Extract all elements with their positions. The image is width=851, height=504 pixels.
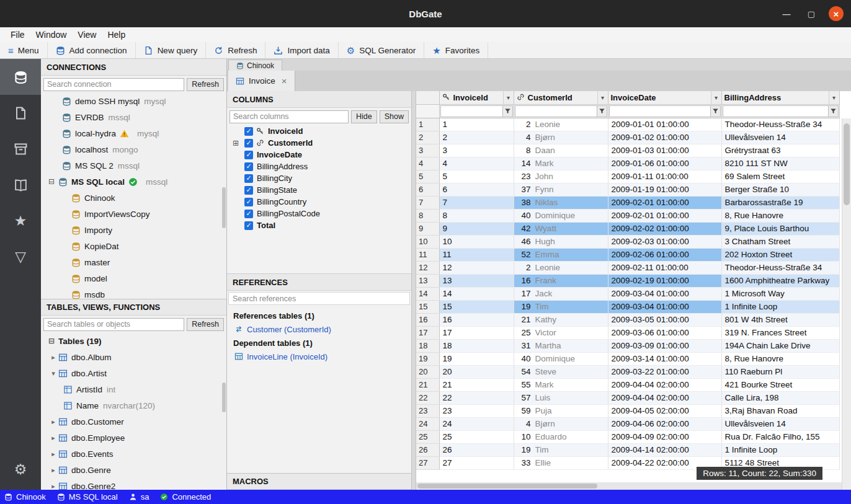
row-number[interactable]: 5	[416, 170, 439, 183]
grid-vertical-scrollbar[interactable]	[842, 118, 851, 490]
row-number[interactable]: 26	[416, 443, 439, 456]
cell-invoiceid[interactable]: 4	[439, 157, 514, 170]
cell-customerid[interactable]: 19Tim	[514, 443, 608, 456]
cell-billingaddress[interactable]: 8, Rue Hanovre	[721, 352, 839, 365]
cell-invoicedate[interactable]: 2009-04-14 02:00:00	[608, 443, 721, 456]
table-item[interactable]: ▾dbo.Artist	[41, 365, 226, 381]
connection-item[interactable]: EVRDBmssql	[41, 109, 226, 125]
table-item[interactable]: ▸dbo.Genre2	[41, 478, 226, 490]
toolbar-import-data-button[interactable]: Import data	[265, 42, 338, 58]
statusbar-ms-sql-local[interactable]: MS SQL local	[57, 492, 118, 502]
cell-invoicedate[interactable]: 2009-01-01 01:00:00	[608, 118, 721, 131]
cell-customerid[interactable]: 19Tim	[514, 300, 608, 313]
checkbox-checked[interactable]: ✓	[244, 198, 253, 206]
grid-column-toggle-BillingAddress[interactable]: ✓BillingAddress	[227, 161, 411, 172]
cell-customerid[interactable]: 14Mark	[514, 157, 608, 170]
cell-invoiceid[interactable]: 21	[439, 378, 514, 391]
cell-invoiceid[interactable]: 27	[439, 456, 514, 469]
connection-item[interactable]: demo SSH mysqlmysql	[41, 93, 226, 109]
row-number[interactable]: 11	[416, 248, 439, 261]
cell-invoiceid[interactable]: 17	[439, 326, 514, 339]
database-item[interactable]: ImportViewsCopy	[41, 206, 226, 222]
scrollbar-thumb[interactable]	[417, 484, 597, 489]
cell-invoicedate[interactable]: 2009-02-01 01:00:00	[608, 196, 721, 209]
activity-funnel-button[interactable]: ▽	[0, 239, 41, 275]
cell-invoicedate[interactable]: 2009-01-02 01:00:00	[608, 131, 721, 144]
maximize-button[interactable]: ▢	[804, 6, 819, 21]
activity-settings-button[interactable]: ⚙	[0, 451, 41, 487]
checkbox-checked[interactable]: ✓	[244, 127, 253, 136]
cell-billingaddress[interactable]: Theodor-Heuss-Straße 34	[721, 261, 839, 274]
cell-customerid[interactable]: 31Martha	[514, 339, 608, 352]
connection-item[interactable]: MS SQL 2mssql	[41, 157, 226, 174]
cell-invoicedate[interactable]: 2009-04-06 02:00:00	[608, 417, 721, 430]
checkbox-checked[interactable]: ✓	[244, 162, 253, 171]
cell-invoicedate[interactable]: 2009-04-04 02:00:00	[608, 378, 721, 391]
cell-billingaddress[interactable]: Grétrystraat 63	[721, 144, 839, 157]
splitter[interactable]	[411, 91, 416, 490]
cell-invoicedate[interactable]: 2009-03-04 01:00:00	[608, 287, 721, 300]
connection-item[interactable]: localhostmongo	[41, 141, 226, 157]
cell-invoicedate[interactable]: 2009-02-19 01:00:00	[608, 274, 721, 287]
cell-customerid[interactable]: 46Hugh	[514, 235, 608, 248]
cell-invoiceid[interactable]: 26	[439, 443, 514, 456]
database-item[interactable]: model	[41, 270, 226, 286]
column-menu-button[interactable]: ▾	[503, 91, 514, 104]
cell-customerid[interactable]: 2Leonie	[514, 118, 608, 131]
column-header-InvoiceDate[interactable]: InvoiceDate▾	[608, 91, 721, 104]
cell-invoiceid[interactable]: 13	[439, 274, 514, 287]
cell-invoicedate[interactable]: 2009-03-09 01:00:00	[608, 339, 721, 352]
cell-invoiceid[interactable]: 20	[439, 365, 514, 378]
cell-invoicedate[interactable]: 2009-03-04 01:00:00	[608, 300, 721, 313]
cell-customerid[interactable]: 57Luis	[514, 391, 608, 404]
cell-invoiceid[interactable]: 25	[439, 430, 514, 443]
row-number[interactable]: 3	[416, 144, 439, 157]
filter-button[interactable]	[502, 105, 513, 117]
cell-billingaddress[interactable]: 1 Infinite Loop	[721, 443, 839, 456]
column-menu-button[interactable]: ▾	[597, 91, 608, 104]
cell-invoicedate[interactable]: 2009-02-03 01:00:00	[608, 235, 721, 248]
chevron-down-icon[interactable]: ▾	[48, 369, 58, 378]
column-menu-button[interactable]: ▾	[829, 91, 839, 104]
hide-column-button[interactable]: Hide	[351, 110, 377, 123]
filter-input-InvoiceDate[interactable]	[609, 105, 710, 117]
cell-invoiceid[interactable]: 22	[439, 391, 514, 404]
cell-customerid[interactable]: 33Ellie	[514, 456, 608, 469]
cell-invoicedate[interactable]: 2009-01-03 01:00:00	[608, 144, 721, 157]
row-number[interactable]: 10	[416, 235, 439, 248]
collapse-icon[interactable]: ⊟	[45, 177, 58, 186]
table-item[interactable]: ▸dbo.Genre	[41, 462, 226, 478]
chevron-right-icon[interactable]: ▸	[48, 353, 58, 361]
chevron-right-icon[interactable]: ▸	[48, 466, 58, 474]
cell-customerid[interactable]: 8Daan	[514, 144, 608, 157]
connections-search-input[interactable]	[43, 78, 184, 91]
cell-invoiceid[interactable]: 9	[439, 222, 514, 235]
cell-billingaddress[interactable]: 9, Place Louis Barthou	[721, 222, 839, 235]
tables-scrollbar[interactable]	[222, 382, 226, 412]
filter-button[interactable]	[710, 105, 721, 117]
database-item[interactable]: Chinook	[41, 190, 226, 206]
row-number[interactable]: 27	[416, 456, 439, 469]
statusbar-connected[interactable]: Connected	[160, 492, 211, 502]
row-number[interactable]: 7	[416, 196, 439, 209]
cell-invoiceid[interactable]: 23	[439, 404, 514, 417]
filter-input-BillingAddress[interactable]	[723, 105, 828, 117]
grid-column-toggle-BillingPostalCode[interactable]: ✓BillingPostalCode	[227, 208, 411, 219]
cell-invoiceid[interactable]: 11	[439, 248, 514, 261]
table-item[interactable]: ▸dbo.Events	[41, 446, 226, 462]
reference-link[interactable]: Customer (CustomerId)	[233, 322, 405, 336]
row-number[interactable]: 6	[416, 183, 439, 196]
cell-invoiceid[interactable]: 12	[439, 261, 514, 274]
cell-customerid[interactable]: 16Frank	[514, 274, 608, 287]
menu-window[interactable]: Window	[30, 29, 73, 40]
cell-invoiceid[interactable]: 18	[439, 339, 514, 352]
cell-billingaddress[interactable]: 421 Bourke Street	[721, 378, 839, 391]
chevron-right-icon[interactable]: ▸	[48, 482, 58, 490]
cell-customerid[interactable]: 40Dominique	[514, 209, 608, 222]
cell-billingaddress[interactable]: 1 Microsoft Way	[721, 287, 839, 300]
cell-customerid[interactable]: 52Emma	[514, 248, 608, 261]
cell-billingaddress[interactable]: 8, Rue Hanovre	[721, 209, 839, 222]
grid-column-toggle-InvoiceId[interactable]: ✓InvoiceId	[227, 125, 411, 137]
toolbar-new-query-button[interactable]: New query	[136, 42, 207, 58]
cell-customerid[interactable]: 55Mark	[514, 378, 608, 391]
